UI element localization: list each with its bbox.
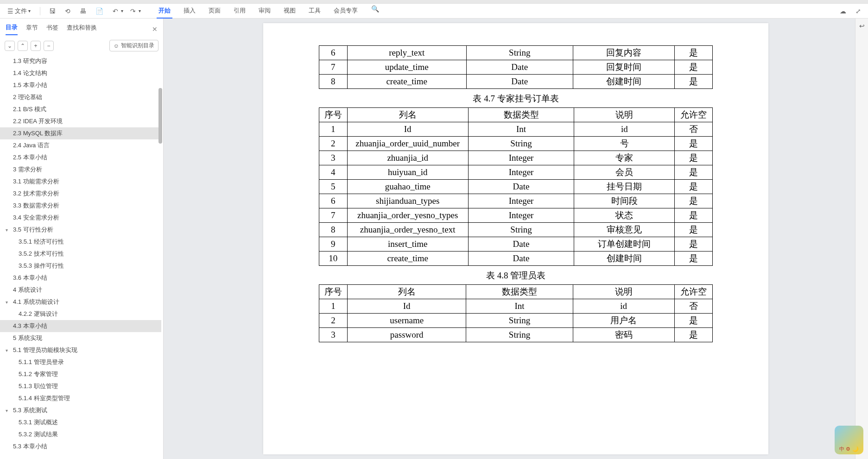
toc-item[interactable]: 3.3 数据需求分析 <box>0 200 161 212</box>
table-cell: 是 <box>675 208 713 223</box>
table-cell: 是 <box>675 137 713 151</box>
chevron-down-icon[interactable]: ▾ <box>121 8 123 13</box>
table-cell: 1 <box>319 299 348 314</box>
ribbon-tab-tools[interactable]: 工具 <box>307 4 323 19</box>
ribbon-tab-page[interactable]: 页面 <box>207 4 222 19</box>
table-cell: password <box>348 328 466 342</box>
toc-item[interactable]: 2.2 IDEA 开发环境 <box>0 115 161 127</box>
table-cell: Integer <box>468 151 574 165</box>
chevron-down-icon[interactable]: ▾ <box>6 300 8 305</box>
table-cell: 7 <box>319 60 348 75</box>
table-cell: 1 <box>319 122 348 137</box>
chevron-up-icon[interactable]: ⌃ <box>18 41 28 51</box>
toc-item[interactable]: 2.1 B/S 模式 <box>0 103 161 115</box>
toc-item[interactable]: 3.5.3 操作可行性 <box>0 260 161 272</box>
toc-item[interactable]: 1.5 本章小结 <box>0 79 161 91</box>
toc-list[interactable]: 1.3 研究内容1.4 论文结构1.5 本章小结2 理论基础2.1 B/S 模式… <box>0 55 163 459</box>
toc-item[interactable]: ▾5.1 管理员功能模块实现 <box>0 344 161 356</box>
table-cell: 是 <box>675 223 713 237</box>
table-cell: 是 <box>675 237 713 252</box>
table-row: 9insert_timeDate订单创建时间是 <box>319 237 713 252</box>
table-cell: id <box>573 299 674 314</box>
sidebar-tab-bookmark[interactable]: 书签 <box>46 24 58 35</box>
document-area[interactable]: 6reply_textString回复内容是7update_timeDate回复… <box>164 19 868 459</box>
table-header-cell: 列名 <box>347 108 468 122</box>
ribbon-tab-insert[interactable]: 插入 <box>182 4 197 19</box>
sidebar-tab-toc[interactable]: 目录 <box>6 23 18 35</box>
ribbon-tab-member[interactable]: 会员专享 <box>332 4 360 19</box>
chevron-down-icon[interactable]: ▾ <box>6 227 8 233</box>
toc-item[interactable]: 3.1 功能需求分析 <box>0 176 161 188</box>
table-cell: 挂号日期 <box>574 180 675 194</box>
sidebar-tab-chapter[interactable]: 章节 <box>26 24 38 35</box>
toc-item[interactable]: 5.3.1 测试概述 <box>0 416 161 428</box>
expand-icon[interactable]: ⤢ <box>853 6 863 16</box>
table-cell: 会员 <box>574 165 675 180</box>
toc-item[interactable]: 3.5.2 技术可行性 <box>0 248 161 260</box>
table-cell: 审核意见 <box>574 223 675 237</box>
table-cell: 3 <box>319 151 348 165</box>
toc-item-label: 2 理论基础 <box>13 93 42 101</box>
table-cell: Integer <box>468 208 574 223</box>
toc-item[interactable]: 5.1.2 专家管理 <box>0 368 161 380</box>
toc-item-label: 3.5.1 经济可行性 <box>19 238 64 246</box>
remove-button[interactable]: − <box>44 41 54 51</box>
toc-item[interactable]: 5 系统实现 <box>0 332 161 344</box>
table-cell: 是 <box>674 46 712 60</box>
chevron-down-icon[interactable]: ▾ <box>139 8 141 13</box>
toc-item[interactable]: 5.1.3 职位管理 <box>0 380 161 392</box>
ribbon-tab-view[interactable]: 视图 <box>282 4 298 19</box>
toc-item[interactable]: 1.4 论文结构 <box>0 67 161 79</box>
toc-item[interactable]: 3 需求分析 <box>0 163 161 176</box>
toc-item[interactable]: 1.3 研究内容 <box>0 55 161 67</box>
cloud-icon[interactable]: ☁ <box>837 6 849 16</box>
floating-weather-widget[interactable]: 中 ⚙ 🌙 <box>835 426 863 454</box>
add-button[interactable]: + <box>31 41 41 51</box>
table-cell: Int <box>468 122 574 137</box>
redo-icon[interactable]: ↷ <box>128 6 138 16</box>
chevron-down-icon[interactable]: ⌄ <box>5 41 15 51</box>
table-cell: String <box>466 46 573 60</box>
table-cell: 7 <box>319 208 348 223</box>
toc-item[interactable]: 4.2.2 逻辑设计 <box>0 308 161 320</box>
save-icon[interactable]: 🖫 <box>47 6 58 16</box>
chevron-down-icon[interactable]: ▾ <box>6 408 8 413</box>
table-cell: 密码 <box>573 328 674 342</box>
file-menu[interactable]: ☰ 文件 ▾ <box>5 6 33 17</box>
ribbon-tab-review[interactable]: 审阅 <box>257 4 272 19</box>
search-icon[interactable]: 🔍 <box>369 4 381 19</box>
toc-item[interactable]: 5.1.1 管理员登录 <box>0 356 161 368</box>
table-cell: 状态 <box>574 208 675 223</box>
toc-item[interactable]: 2.4 Java 语言 <box>0 139 161 151</box>
scrollbar-thumb[interactable] <box>158 88 162 144</box>
toc-item[interactable]: 3.6 本章小结 <box>0 272 161 284</box>
toc-item[interactable]: 2.5 本章小结 <box>0 151 161 163</box>
sidebar-tabs: 目录 章节 书签 查找和替换 ✕ <box>0 19 163 35</box>
smart-toc-button[interactable]: ☺ 智能识别目录 <box>109 40 158 51</box>
toc-item[interactable]: 4.3 本章小结 <box>0 320 161 332</box>
toc-item[interactable]: 2.3 MySQL 数据库 <box>0 127 161 139</box>
sidebar-tab-findreplace[interactable]: 查找和替换 <box>67 24 97 35</box>
close-icon[interactable]: ✕ <box>152 25 158 33</box>
print-icon[interactable]: 🖶 <box>77 6 89 16</box>
chevron-down-icon[interactable]: ▾ <box>6 348 8 353</box>
toc-item[interactable]: 2 理论基础 <box>0 91 161 103</box>
toc-item[interactable]: ▾5.3 系统测试 <box>0 404 161 416</box>
toc-item[interactable]: 3.5.1 经济可行性 <box>0 236 161 248</box>
convert-icon[interactable]: ⟲ <box>63 6 73 16</box>
back-icon[interactable]: ↩ <box>859 22 865 30</box>
toc-item[interactable]: 5.3.2 测试结果 <box>0 428 161 440</box>
toc-item[interactable]: 5.3 本章小结 <box>0 440 161 453</box>
ribbon-tab-start[interactable]: 开始 <box>157 4 172 19</box>
toc-item[interactable]: 5.1.4 科室类型管理 <box>0 392 161 404</box>
toc-item-label: 2.4 Java 语言 <box>13 141 50 150</box>
undo-icon[interactable]: ↶ <box>110 6 120 16</box>
toc-item[interactable]: 3.2 技术需求分析 <box>0 188 161 200</box>
toc-item[interactable]: 4 系统设计 <box>0 284 161 296</box>
toc-item[interactable]: ▾3.5 可行性分析 <box>0 224 161 236</box>
toc-item-label: 3.4 安全需求分析 <box>13 214 59 222</box>
toc-item[interactable]: ▾4.1 系统功能设计 <box>0 296 161 308</box>
ribbon-tab-reference[interactable]: 引用 <box>232 4 247 19</box>
toc-item[interactable]: 3.4 安全需求分析 <box>0 212 161 224</box>
preview-icon[interactable]: 📄 <box>93 6 106 16</box>
